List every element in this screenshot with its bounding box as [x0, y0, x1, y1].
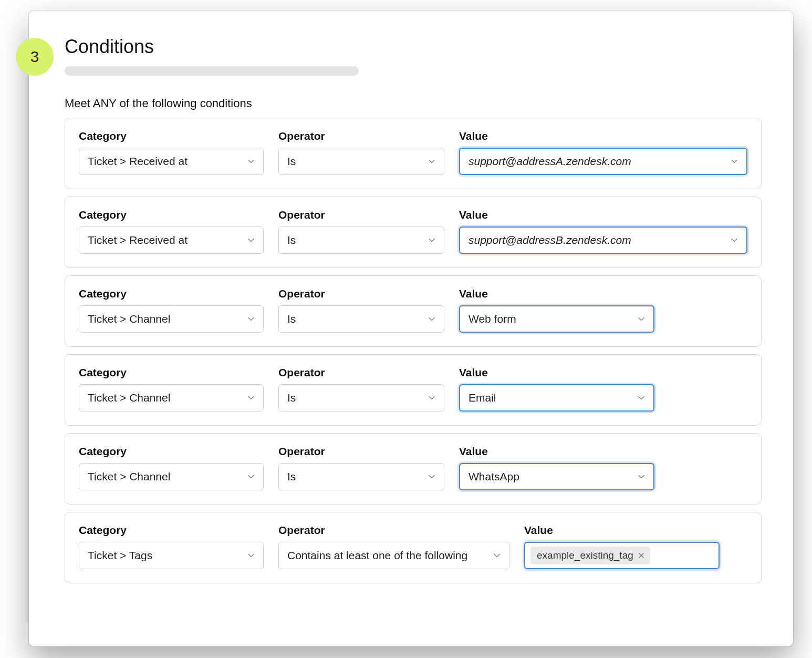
- operator-value: Is: [287, 470, 296, 483]
- chevron-down-icon: [637, 472, 646, 481]
- value-text: support@addressB.zendesk.com: [469, 234, 631, 246]
- value-label: Value: [459, 130, 747, 142]
- chevron-down-icon: [427, 393, 436, 403]
- value-label: Value: [459, 209, 747, 221]
- operator-label: Operator: [278, 287, 444, 300]
- operator-select[interactable]: Is: [278, 384, 444, 412]
- operator-select[interactable]: Is: [278, 148, 444, 175]
- category-select[interactable]: Ticket > Received at: [79, 148, 264, 175]
- chevron-down-icon: [246, 314, 256, 324]
- operator-select[interactable]: Is: [278, 305, 444, 333]
- chevron-down-icon: [246, 393, 256, 403]
- category-value: Ticket > Tags: [88, 549, 152, 562]
- condition-row: Category Ticket > Channel Operator Is: [65, 354, 762, 426]
- chevron-down-icon: [246, 551, 256, 560]
- chevron-down-icon: [427, 235, 436, 245]
- tag-chip: example_existing_tag: [530, 547, 650, 564]
- value-label: Value: [524, 524, 720, 537]
- category-label: Category: [79, 130, 264, 142]
- conditions-panel: Conditions Meet ANY of the following con…: [29, 11, 793, 646]
- operator-label: Operator: [278, 209, 444, 221]
- tag-text: example_existing_tag: [537, 550, 633, 561]
- operator-value: Is: [287, 392, 296, 404]
- condition-row: Category Ticket > Received at Operator I…: [65, 197, 762, 268]
- step-number: 3: [30, 48, 39, 66]
- value-text: Web form: [469, 313, 516, 325]
- tag-input[interactable]: example_existing_tag: [524, 542, 720, 569]
- operator-select[interactable]: Is: [278, 227, 444, 254]
- chevron-down-icon: [246, 157, 256, 166]
- category-select[interactable]: Ticket > Channel: [79, 305, 264, 333]
- chevron-down-icon: [427, 157, 436, 166]
- chevron-down-icon: [246, 472, 256, 481]
- value-label: Value: [459, 366, 654, 379]
- category-select[interactable]: Ticket > Received at: [79, 227, 264, 254]
- value-select[interactable]: Web form: [459, 305, 654, 333]
- condition-row: Category Ticket > Channel Operator Is: [65, 275, 762, 347]
- operator-value: Is: [287, 234, 296, 246]
- condition-row: Category Ticket > Received at Operator I…: [65, 118, 762, 189]
- category-value: Ticket > Received at: [88, 155, 188, 168]
- operator-select[interactable]: Is: [278, 463, 444, 490]
- category-value: Ticket > Channel: [88, 392, 170, 404]
- category-label: Category: [79, 445, 264, 458]
- condition-row: Category Ticket > Channel Operator Is: [65, 433, 762, 505]
- category-select[interactable]: Ticket > Channel: [79, 463, 264, 490]
- category-select[interactable]: Ticket > Tags: [79, 542, 264, 569]
- category-label: Category: [79, 524, 264, 537]
- value-text: Email: [469, 392, 496, 404]
- value-text: WhatsApp: [469, 470, 519, 483]
- category-value: Ticket > Channel: [88, 313, 170, 325]
- value-select[interactable]: Email: [459, 384, 654, 412]
- value-select[interactable]: support@addressA.zendesk.com: [459, 148, 747, 175]
- progress-bar: [65, 66, 359, 76]
- operator-label: Operator: [278, 445, 444, 458]
- chevron-down-icon: [637, 393, 646, 403]
- operator-value: Is: [287, 155, 296, 168]
- operator-label: Operator: [278, 130, 444, 142]
- category-select[interactable]: Ticket > Channel: [79, 384, 264, 412]
- category-value: Ticket > Channel: [88, 470, 170, 483]
- operator-select[interactable]: Contains at least one of the following: [278, 542, 509, 569]
- operator-value: Contains at least one of the following: [287, 549, 467, 562]
- value-select[interactable]: support@addressB.zendesk.com: [459, 227, 747, 254]
- category-label: Category: [79, 209, 264, 221]
- value-text: support@addressA.zendesk.com: [469, 155, 631, 168]
- condition-row: Category Ticket > Tags Operator Contains…: [65, 512, 762, 583]
- chevron-down-icon: [730, 235, 739, 245]
- category-label: Category: [79, 366, 264, 379]
- operator-label: Operator: [278, 524, 509, 537]
- category-value: Ticket > Received at: [88, 234, 188, 246]
- chevron-down-icon: [730, 157, 739, 166]
- step-badge: 3: [16, 38, 54, 76]
- value-label: Value: [459, 445, 654, 458]
- page-title: Conditions: [65, 36, 762, 58]
- value-label: Value: [459, 287, 654, 300]
- chevron-down-icon: [637, 314, 646, 324]
- chevron-down-icon: [427, 472, 436, 481]
- value-select[interactable]: WhatsApp: [459, 463, 654, 490]
- chevron-down-icon: [427, 314, 436, 324]
- chevron-down-icon: [246, 235, 256, 245]
- operator-label: Operator: [278, 366, 444, 379]
- conditions-subtitle: Meet ANY of the following conditions: [65, 97, 762, 110]
- category-label: Category: [79, 287, 264, 300]
- operator-value: Is: [287, 313, 296, 325]
- remove-tag-icon[interactable]: [638, 552, 645, 559]
- conditions-list: Category Ticket > Received at Operator I…: [65, 118, 762, 583]
- chevron-down-icon: [492, 551, 502, 560]
